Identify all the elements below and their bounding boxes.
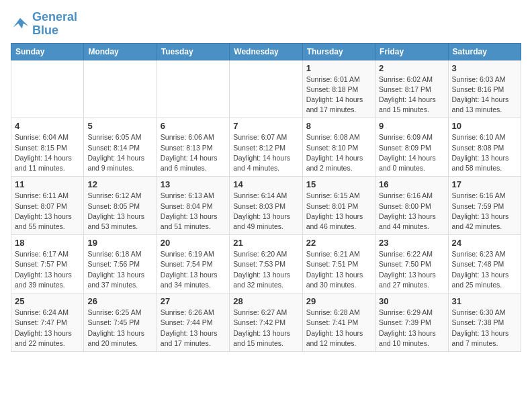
logo: General Blue <box>11 11 77 38</box>
calendar-cell: 7Sunrise: 6:07 AM Sunset: 8:12 PM Daylig… <box>230 118 302 177</box>
logo-icon <box>11 15 30 34</box>
page-header: General Blue <box>11 11 521 38</box>
calendar-cell: 14Sunrise: 6:14 AM Sunset: 8:03 PM Dayli… <box>230 177 302 235</box>
day-info: Sunrise: 6:09 AM Sunset: 8:09 PM Dayligh… <box>379 132 444 173</box>
day-info: Sunrise: 6:29 AM Sunset: 7:39 PM Dayligh… <box>379 308 444 349</box>
calendar-cell: 20Sunrise: 6:19 AM Sunset: 7:54 PM Dayli… <box>157 235 229 293</box>
day-info: Sunrise: 6:12 AM Sunset: 8:05 PM Dayligh… <box>87 191 152 232</box>
weekday-header-tuesday: Tuesday <box>157 43 229 60</box>
day-number: 23 <box>379 238 444 248</box>
day-info: Sunrise: 6:28 AM Sunset: 7:41 PM Dayligh… <box>306 308 371 349</box>
day-info: Sunrise: 6:22 AM Sunset: 7:50 PM Dayligh… <box>379 249 444 290</box>
calendar-cell: 16Sunrise: 6:16 AM Sunset: 8:00 PM Dayli… <box>375 177 448 235</box>
logo-text: General Blue <box>32 11 77 38</box>
day-number: 28 <box>233 296 298 306</box>
calendar-cell <box>11 60 84 118</box>
day-info: Sunrise: 6:03 AM Sunset: 8:16 PM Dayligh… <box>452 75 517 116</box>
calendar-cell <box>230 60 302 118</box>
calendar-cell: 2Sunrise: 6:02 AM Sunset: 8:17 PM Daylig… <box>375 60 448 118</box>
calendar-cell: 1Sunrise: 6:01 AM Sunset: 8:18 PM Daylig… <box>302 60 375 118</box>
calendar-cell: 4Sunrise: 6:04 AM Sunset: 8:15 PM Daylig… <box>11 118 84 177</box>
weekday-header-saturday: Saturday <box>448 43 521 60</box>
day-number: 12 <box>87 179 152 189</box>
calendar-cell: 12Sunrise: 6:12 AM Sunset: 8:05 PM Dayli… <box>84 177 157 235</box>
day-info: Sunrise: 6:05 AM Sunset: 8:14 PM Dayligh… <box>87 132 152 173</box>
calendar-body: 1Sunrise: 6:01 AM Sunset: 8:18 PM Daylig… <box>11 60 521 351</box>
calendar-cell: 21Sunrise: 6:20 AM Sunset: 7:53 PM Dayli… <box>230 235 302 293</box>
calendar-cell: 6Sunrise: 6:06 AM Sunset: 8:13 PM Daylig… <box>157 118 229 177</box>
calendar-cell: 3Sunrise: 6:03 AM Sunset: 8:16 PM Daylig… <box>448 60 521 118</box>
day-info: Sunrise: 6:26 AM Sunset: 7:44 PM Dayligh… <box>161 308 226 349</box>
calendar-table: SundayMondayTuesdayWednesdayThursdayFrid… <box>11 43 521 352</box>
calendar-cell: 11Sunrise: 6:11 AM Sunset: 8:07 PM Dayli… <box>11 177 84 235</box>
day-info: Sunrise: 6:27 AM Sunset: 7:42 PM Dayligh… <box>233 308 298 349</box>
day-number: 22 <box>306 238 371 248</box>
day-number: 14 <box>233 179 298 189</box>
calendar-header: SundayMondayTuesdayWednesdayThursdayFrid… <box>11 43 521 60</box>
calendar-cell: 27Sunrise: 6:26 AM Sunset: 7:44 PM Dayli… <box>157 293 229 352</box>
calendar-cell: 26Sunrise: 6:25 AM Sunset: 7:45 PM Dayli… <box>84 293 157 352</box>
calendar-cell <box>157 60 229 118</box>
day-number: 31 <box>452 296 517 306</box>
calendar-cell: 29Sunrise: 6:28 AM Sunset: 7:41 PM Dayli… <box>302 293 375 352</box>
day-info: Sunrise: 6:07 AM Sunset: 8:12 PM Dayligh… <box>233 132 298 173</box>
calendar-cell: 28Sunrise: 6:27 AM Sunset: 7:42 PM Dayli… <box>230 293 302 352</box>
svg-marker-0 <box>13 17 28 28</box>
day-number: 8 <box>306 121 371 131</box>
calendar-cell <box>84 60 157 118</box>
day-info: Sunrise: 6:24 AM Sunset: 7:47 PM Dayligh… <box>15 308 80 349</box>
day-info: Sunrise: 6:19 AM Sunset: 7:54 PM Dayligh… <box>161 249 226 290</box>
day-number: 13 <box>161 179 226 189</box>
day-number: 25 <box>15 296 80 306</box>
day-info: Sunrise: 6:04 AM Sunset: 8:15 PM Dayligh… <box>15 132 80 173</box>
calendar-week-3: 11Sunrise: 6:11 AM Sunset: 8:07 PM Dayli… <box>11 177 521 235</box>
day-number: 10 <box>452 121 517 131</box>
weekday-row: SundayMondayTuesdayWednesdayThursdayFrid… <box>11 43 521 60</box>
calendar-week-4: 18Sunrise: 6:17 AM Sunset: 7:57 PM Dayli… <box>11 235 521 293</box>
weekday-header-monday: Monday <box>84 43 157 60</box>
weekday-header-friday: Friday <box>375 43 448 60</box>
day-info: Sunrise: 6:30 AM Sunset: 7:38 PM Dayligh… <box>452 308 517 349</box>
day-number: 26 <box>87 296 152 306</box>
day-number: 9 <box>379 121 444 131</box>
calendar-cell: 31Sunrise: 6:30 AM Sunset: 7:38 PM Dayli… <box>448 293 521 352</box>
calendar-cell: 8Sunrise: 6:08 AM Sunset: 8:10 PM Daylig… <box>302 118 375 177</box>
day-number: 27 <box>161 296 226 306</box>
calendar-cell: 19Sunrise: 6:18 AM Sunset: 7:56 PM Dayli… <box>84 235 157 293</box>
day-info: Sunrise: 6:13 AM Sunset: 8:04 PM Dayligh… <box>161 191 226 232</box>
weekday-header-sunday: Sunday <box>11 43 84 60</box>
calendar-cell: 23Sunrise: 6:22 AM Sunset: 7:50 PM Dayli… <box>375 235 448 293</box>
day-info: Sunrise: 6:10 AM Sunset: 8:08 PM Dayligh… <box>452 132 517 173</box>
day-info: Sunrise: 6:16 AM Sunset: 7:59 PM Dayligh… <box>452 191 517 232</box>
calendar-cell: 13Sunrise: 6:13 AM Sunset: 8:04 PM Dayli… <box>157 177 229 235</box>
day-number: 15 <box>306 179 371 189</box>
day-number: 29 <box>306 296 371 306</box>
calendar-cell: 22Sunrise: 6:21 AM Sunset: 7:51 PM Dayli… <box>302 235 375 293</box>
day-info: Sunrise: 6:20 AM Sunset: 7:53 PM Dayligh… <box>233 249 298 290</box>
calendar-cell: 24Sunrise: 6:23 AM Sunset: 7:48 PM Dayli… <box>448 235 521 293</box>
day-info: Sunrise: 6:21 AM Sunset: 7:51 PM Dayligh… <box>306 249 371 290</box>
day-info: Sunrise: 6:11 AM Sunset: 8:07 PM Dayligh… <box>15 191 80 232</box>
day-info: Sunrise: 6:01 AM Sunset: 8:18 PM Dayligh… <box>306 75 371 116</box>
day-info: Sunrise: 6:15 AM Sunset: 8:01 PM Dayligh… <box>306 191 371 232</box>
day-info: Sunrise: 6:14 AM Sunset: 8:03 PM Dayligh… <box>233 191 298 232</box>
day-number: 18 <box>15 238 80 248</box>
day-info: Sunrise: 6:02 AM Sunset: 8:17 PM Dayligh… <box>379 75 444 116</box>
day-info: Sunrise: 6:08 AM Sunset: 8:10 PM Dayligh… <box>306 132 371 173</box>
day-info: Sunrise: 6:25 AM Sunset: 7:45 PM Dayligh… <box>87 308 152 349</box>
day-number: 20 <box>161 238 226 248</box>
day-number: 3 <box>452 63 517 73</box>
day-number: 21 <box>233 238 298 248</box>
calendar-cell: 30Sunrise: 6:29 AM Sunset: 7:39 PM Dayli… <box>375 293 448 352</box>
calendar-cell: 9Sunrise: 6:09 AM Sunset: 8:09 PM Daylig… <box>375 118 448 177</box>
calendar-cell: 15Sunrise: 6:15 AM Sunset: 8:01 PM Dayli… <box>302 177 375 235</box>
weekday-header-wednesday: Wednesday <box>230 43 302 60</box>
day-info: Sunrise: 6:17 AM Sunset: 7:57 PM Dayligh… <box>15 249 80 290</box>
calendar-cell: 17Sunrise: 6:16 AM Sunset: 7:59 PM Dayli… <box>448 177 521 235</box>
calendar-week-2: 4Sunrise: 6:04 AM Sunset: 8:15 PM Daylig… <box>11 118 521 177</box>
day-info: Sunrise: 6:16 AM Sunset: 8:00 PM Dayligh… <box>379 191 444 232</box>
calendar-cell: 18Sunrise: 6:17 AM Sunset: 7:57 PM Dayli… <box>11 235 84 293</box>
day-number: 7 <box>233 121 298 131</box>
day-number: 5 <box>87 121 152 131</box>
calendar-week-1: 1Sunrise: 6:01 AM Sunset: 8:18 PM Daylig… <box>11 60 521 118</box>
